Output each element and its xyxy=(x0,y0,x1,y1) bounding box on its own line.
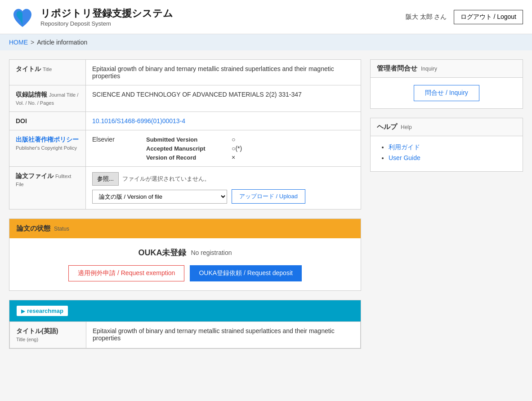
record-version-row: Version of Record × xyxy=(146,154,242,161)
exemption-button[interactable]: 適用例外申請 / Request exemption xyxy=(68,265,184,281)
logout-button[interactable]: ログアウト / Logout xyxy=(454,10,523,24)
copyright-versions: Submitted Version ○ Accepted Manuscript … xyxy=(146,136,242,161)
title-label-ja: タイトル xyxy=(16,65,41,72)
copyright-publisher: Elsevier xyxy=(92,136,137,161)
researchmap-logo-text: researchmap xyxy=(27,307,63,314)
help-link-guide[interactable]: 利用ガイド xyxy=(389,143,420,151)
submitted-label: Submitted Version xyxy=(146,136,227,143)
logo-icon xyxy=(9,4,36,29)
doi-value-cell: 10.1016/S1468-6996(01)00013-4 xyxy=(86,112,361,130)
copyright-content: Elsevier Submitted Version ○ Accepted Ma… xyxy=(92,136,354,161)
researchmap-logo: ▶ researchmap xyxy=(17,306,68,316)
researchmap-title-label-en: Title (eng) xyxy=(16,337,38,342)
status-section: 論文の状態 Status OUKA未登録 No registration 適用例… xyxy=(9,218,361,291)
logo-area: リポジトリ登録支援システム Repository Deposit System xyxy=(9,4,173,29)
sidebar: 管理者問合せ Inquiry 問合せ / Inquiry ヘルプ Help 利用… xyxy=(370,59,523,349)
status-text-row: OUKA未登録 No registration xyxy=(138,247,232,258)
record-label: Version of Record xyxy=(146,154,227,161)
header: リポジトリ登録支援システム Repository Deposit System … xyxy=(0,0,532,34)
breadcrumb-separator: > xyxy=(31,39,34,46)
copyright-label-link[interactable]: 出版社著作権ポリシー xyxy=(16,136,79,143)
logo-text-area: リポジトリ登録支援システム Repository Deposit System xyxy=(40,7,173,27)
copyright-label-cell: 出版社著作権ポリシー Publisher's Copyright Policy xyxy=(9,130,86,167)
title-value: Epitaxial growth of binary and ternary m… xyxy=(92,65,334,80)
researchmap-table: タイトル(英語) Title (eng) Epitaxial growth of… xyxy=(9,321,361,348)
journal-label-ja: 収録誌情報 xyxy=(16,91,47,98)
breadcrumb-current: Article information xyxy=(37,39,87,46)
journal-value-cell: SCIENCE AND TECHNOLOGY OF ADVANCED MATER… xyxy=(86,85,361,112)
doi-link[interactable]: 10.1016/S1468-6996(01)00013-4 xyxy=(92,117,185,125)
version-select-row: 論文の版 / Version of file Submitted Version… xyxy=(92,189,354,204)
copyright-value-cell: Elsevier Submitted Version ○ Accepted Ma… xyxy=(86,130,361,167)
doi-row: DOI 10.1016/S1468-6996(01)00013-4 xyxy=(9,112,361,130)
help-card-header: ヘルプ Help xyxy=(371,118,523,136)
inquiry-card-body: 問合せ / Inquiry xyxy=(371,78,523,108)
accepted-label: Accepted Manuscript xyxy=(146,145,227,152)
title-label-cell: タイトル Title xyxy=(9,60,86,85)
researchmap-title-row: タイトル(英語) Title (eng) Epitaxial growth of… xyxy=(10,322,361,348)
help-header-ja: ヘルプ xyxy=(377,123,397,131)
content-left: タイトル Title Epitaxial growth of binary an… xyxy=(9,59,361,349)
file-label-cell: 論文ファイル Fulltext File xyxy=(9,167,86,209)
file-label-ja: 論文ファイル xyxy=(16,172,54,179)
status-header: 論文の状態 Status xyxy=(9,219,361,238)
file-name-text: ファイルが選択されていません。 xyxy=(122,175,210,183)
breadcrumb-home[interactable]: HOME xyxy=(9,39,28,46)
status-en: No registration xyxy=(191,249,232,256)
doi-label: DOI xyxy=(16,117,27,125)
journal-row: 収録誌情報 Journal Title / Vol. / No. / Pages… xyxy=(9,85,361,112)
help-card: ヘルプ Help 利用ガイド User Guide xyxy=(370,118,523,172)
help-list-item-guide: 利用ガイド xyxy=(389,143,514,151)
file-row: 論文ファイル Fulltext File 参照... ファイルが選択されていませ… xyxy=(9,167,361,209)
status-header-ja: 論文の状態 xyxy=(17,224,50,233)
file-input-row: 参照... ファイルが選択されていません。 xyxy=(92,172,354,186)
researchmap-title-value-cell: Epitaxial growth of binary and ternary m… xyxy=(86,322,361,348)
help-list: 利用ガイド User Guide xyxy=(380,143,514,161)
user-name: 阪大 太郎 さん xyxy=(406,13,447,21)
inquiry-card: 管理者問合せ Inquiry 問合せ / Inquiry xyxy=(370,59,523,109)
upload-button[interactable]: アップロード / Upload xyxy=(232,189,305,204)
researchmap-title-label-cell: タイトル(英語) Title (eng) xyxy=(10,322,86,348)
status-body: OUKA未登録 No registration 適用例外申請 / Request… xyxy=(9,238,361,290)
researchmap-title-label-ja: タイトル(英語) xyxy=(16,327,58,334)
accepted-version-row: Accepted Manuscript ○(*) xyxy=(146,145,242,152)
researchmap-section: ▶ researchmap タイトル(英語) Title (eng) Epita… xyxy=(9,300,361,349)
submitted-version-row: Submitted Version ○ xyxy=(146,136,242,143)
title-value-cell: Epitaxial growth of binary and ternary m… xyxy=(86,60,361,85)
researchmap-header: ▶ researchmap xyxy=(9,300,361,321)
version-select[interactable]: 論文の版 / Version of file Submitted Version… xyxy=(92,190,227,204)
researchmap-arrow-icon: ▶ xyxy=(21,308,25,314)
status-header-en: Status xyxy=(54,226,69,232)
main-container: タイトル Title Epitaxial growth of binary an… xyxy=(0,50,532,358)
help-header-en: Help xyxy=(401,124,412,130)
inquiry-button[interactable]: 問合せ / Inquiry xyxy=(414,85,479,101)
logo-title-en: Repository Deposit System xyxy=(40,20,173,27)
help-list-item-userguide: User Guide xyxy=(389,154,514,161)
journal-label-cell: 収録誌情報 Journal Title / Vol. / No. / Pages xyxy=(9,85,86,112)
researchmap-title-value: Epitaxial growth of binary and ternary m… xyxy=(93,327,335,342)
journal-value: SCIENCE AND TECHNOLOGY OF ADVANCED MATER… xyxy=(92,91,302,98)
file-upload-area: 参照... ファイルが選択されていません。 論文の版 / Version of … xyxy=(92,172,354,204)
help-card-body: 利用ガイド User Guide xyxy=(371,136,523,171)
inquiry-header-en: Inquiry xyxy=(421,66,437,72)
article-info-table: タイトル Title Epitaxial growth of binary an… xyxy=(9,59,361,209)
copyright-label-en: Publisher's Copyright Policy xyxy=(16,145,77,151)
title-label-en: Title xyxy=(43,67,52,72)
inquiry-header-ja: 管理者問合せ xyxy=(377,64,417,73)
accepted-mark: ○(*) xyxy=(232,145,242,152)
record-mark: × xyxy=(232,154,235,161)
submitted-mark: ○ xyxy=(232,136,235,143)
doi-label-cell: DOI xyxy=(9,112,86,130)
help-link-userguide[interactable]: User Guide xyxy=(389,154,420,161)
title-row: タイトル Title Epitaxial growth of binary an… xyxy=(9,60,361,85)
status-ja: OUKA未登録 xyxy=(138,247,186,258)
copyright-row: 出版社著作権ポリシー Publisher's Copyright Policy … xyxy=(9,130,361,167)
file-value-cell: 参照... ファイルが選択されていません。 論文の版 / Version of … xyxy=(86,167,361,209)
browse-button[interactable]: 参照... xyxy=(92,172,119,186)
logo-title-ja: リポジトリ登録支援システム xyxy=(40,7,173,20)
header-right: 阪大 太郎 さん ログアウト / Logout xyxy=(406,10,523,24)
breadcrumb: HOME > Article information xyxy=(0,34,532,50)
inquiry-card-header: 管理者問合せ Inquiry xyxy=(371,60,523,78)
deposit-button[interactable]: OUKA登録依頼 / Request deposit xyxy=(190,265,302,281)
status-buttons: 適用例外申請 / Request exemption OUKA登録依頼 / Re… xyxy=(68,265,302,281)
